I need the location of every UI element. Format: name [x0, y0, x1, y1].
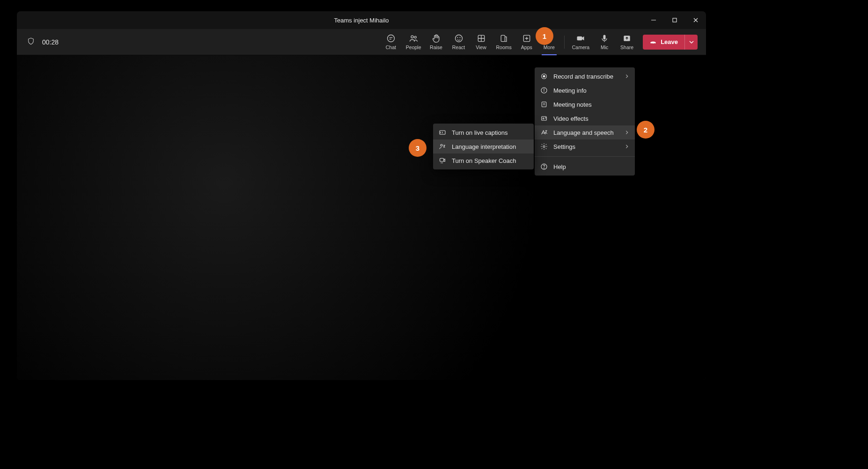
leave-label: Leave: [661, 38, 678, 45]
chevron-right-icon: [625, 129, 629, 136]
submenu-label: Turn on live captions: [452, 129, 508, 136]
maximize-icon: [672, 17, 677, 23]
svg-point-8: [457, 37, 458, 38]
view-label: View: [476, 44, 486, 50]
view-icon: [477, 34, 486, 43]
raise-button[interactable]: Raise: [425, 29, 448, 55]
mic-label: Mic: [601, 44, 608, 50]
camera-icon: [576, 34, 585, 43]
window-controls: [643, 11, 706, 29]
chat-icon: [386, 34, 396, 43]
menu-meeting-info[interactable]: Meeting info: [535, 83, 635, 97]
more-dropdown-menu: Record and transcribe Meeting info Meeti…: [535, 67, 635, 176]
chevron-right-icon: [625, 143, 629, 150]
menu-separator: [535, 156, 635, 157]
share-icon: [622, 34, 632, 43]
svg-point-32: [543, 118, 544, 119]
react-label: React: [452, 44, 465, 50]
svg-rect-20: [577, 37, 582, 40]
leave-button[interactable]: Leave: [643, 35, 684, 50]
share-label: Share: [620, 44, 633, 50]
submenu-label: Turn on Speaker Coach: [452, 157, 516, 164]
rooms-label: Rooms: [496, 44, 512, 50]
leave-dropdown[interactable]: [684, 35, 698, 50]
rooms-button[interactable]: Rooms: [493, 29, 515, 55]
notes-icon: [540, 101, 548, 108]
submenu-live-captions[interactable]: Turn on live captions: [433, 125, 534, 139]
raise-hand-icon: [432, 34, 441, 43]
menu-record-transcribe[interactable]: Record and transcribe: [535, 69, 635, 83]
react-button[interactable]: React: [448, 29, 470, 55]
hangup-icon: [649, 38, 657, 46]
menu-label: Language and speech: [553, 129, 614, 136]
svg-point-4: [387, 35, 394, 42]
svg-rect-21: [603, 35, 606, 40]
submenu-speaker-coach[interactable]: Turn on Speaker Coach: [433, 154, 534, 168]
menu-settings[interactable]: Settings: [535, 139, 635, 154]
svg-point-24: [543, 75, 545, 77]
svg-point-7: [455, 35, 462, 42]
submenu-language-interpretation[interactable]: Language interpretation: [433, 139, 534, 154]
chat-button[interactable]: Chat: [380, 29, 402, 55]
maximize-button[interactable]: [664, 11, 685, 29]
raise-label: Raise: [430, 44, 442, 50]
mic-button[interactable]: Mic: [593, 29, 616, 55]
minimize-button[interactable]: [643, 11, 664, 29]
people-label: People: [406, 44, 421, 50]
minimize-icon: [651, 17, 656, 23]
menu-help[interactable]: Help: [535, 160, 635, 174]
menu-label: Meeting info: [553, 87, 587, 94]
svg-rect-13: [501, 35, 505, 41]
toolbar-left: 00:28: [21, 37, 59, 47]
apps-button[interactable]: Apps: [515, 29, 538, 55]
svg-point-9: [460, 37, 460, 38]
camera-label: Camera: [572, 44, 589, 50]
callout-2: 2: [637, 121, 655, 139]
svg-point-27: [544, 89, 544, 89]
captions-icon: [439, 129, 446, 136]
rooms-icon: [499, 34, 508, 43]
menu-label: Record and transcribe: [553, 73, 613, 80]
svg-point-5: [411, 36, 413, 38]
callout-1: 1: [536, 27, 553, 45]
svg-point-33: [543, 146, 545, 147]
info-icon: [540, 87, 548, 94]
apps-icon: [522, 34, 531, 43]
menu-meeting-notes[interactable]: Meeting notes: [535, 97, 635, 111]
menu-label: Help: [553, 163, 566, 170]
speaker-coach-icon: [439, 157, 446, 164]
shield-icon[interactable]: [27, 37, 35, 47]
close-button[interactable]: [685, 11, 706, 29]
settings-icon: [540, 143, 548, 150]
record-icon: [540, 73, 548, 80]
help-icon: [540, 163, 548, 170]
apps-label: Apps: [521, 44, 532, 50]
people-icon: [409, 34, 418, 43]
leave-group: Leave: [643, 35, 698, 50]
react-icon: [454, 34, 463, 43]
chat-label: Chat: [386, 44, 396, 50]
share-button[interactable]: Share: [616, 29, 638, 55]
close-icon: [693, 17, 699, 23]
svg-rect-1: [673, 18, 677, 22]
people-button[interactable]: People: [402, 29, 425, 55]
svg-rect-38: [440, 158, 444, 161]
mic-icon: [600, 34, 609, 43]
menu-label: Meeting notes: [553, 101, 592, 108]
window-title: Teams inject Mihailo: [334, 17, 389, 24]
meeting-timer: 00:28: [42, 38, 59, 46]
view-button[interactable]: View: [470, 29, 493, 55]
menu-video-effects[interactable]: Video effects: [535, 111, 635, 125]
teams-meeting-window: Teams inject Mihailo 00:28 Chat: [17, 11, 706, 380]
submenu-label: Language interpretation: [452, 143, 516, 150]
svg-rect-28: [542, 102, 546, 107]
menu-language-speech[interactable]: Language and speech: [535, 125, 635, 139]
chevron-down-icon: [689, 39, 694, 45]
svg-point-35: [544, 168, 544, 169]
menu-label: Settings: [553, 143, 575, 150]
camera-button[interactable]: Camera: [568, 29, 593, 55]
language-speech-submenu: Turn on live captions Language interpret…: [433, 124, 534, 169]
video-effects-icon: [540, 115, 548, 122]
meeting-toolbar: 00:28 Chat People Raise React View: [17, 29, 706, 55]
toolbar-divider: [564, 36, 565, 49]
